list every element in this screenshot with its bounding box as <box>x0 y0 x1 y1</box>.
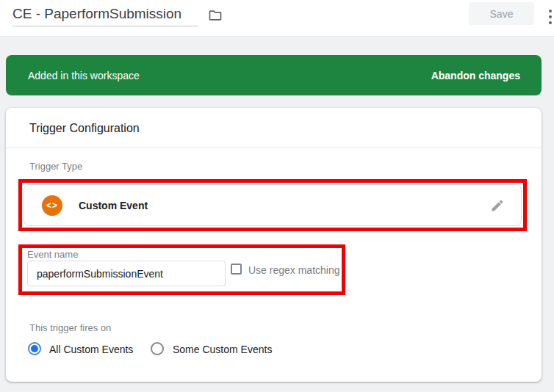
folder-icon[interactable] <box>207 7 223 23</box>
annotation-highlight-event-name: Event name Use regex matching <box>18 244 345 295</box>
edit-pencil-icon[interactable] <box>490 198 505 213</box>
regex-matching-checkbox[interactable] <box>231 264 242 275</box>
radio-all-custom-events[interactable] <box>28 342 41 355</box>
banner-message: Added in this workspace <box>28 70 140 81</box>
gtm-trigger-editor: CE - PaperformSubmission Save Added in t… <box>0 0 554 392</box>
code-brackets-glyph: <> <box>46 200 58 211</box>
more-options-icon[interactable] <box>549 10 554 27</box>
top-bar: CE - PaperformSubmission Save <box>0 0 554 37</box>
code-brackets-icon: <> <box>42 195 62 216</box>
workspace-banner: Added in this workspace Abandon changes <box>6 55 542 95</box>
trigger-type-value: Custom Event <box>79 200 148 211</box>
save-button[interactable]: Save <box>469 2 534 25</box>
radio-some-custom-events-label[interactable]: Some Custom Events <box>173 344 272 355</box>
trigger-name-input[interactable]: CE - PaperformSubmission <box>12 6 198 26</box>
annotation-highlight-trigger-type: <> Custom Event <box>18 179 527 231</box>
trigger-configuration-card: Trigger Configuration Trigger Type <> Cu… <box>6 108 542 382</box>
regex-matching-label: Use regex matching <box>248 264 340 276</box>
radio-some-custom-events[interactable] <box>151 342 164 355</box>
event-name-label: Event name <box>27 249 78 260</box>
trigger-type-selector[interactable]: <> Custom Event <box>24 184 522 226</box>
card-title: Trigger Configuration <box>29 122 140 135</box>
abandon-changes-button[interactable]: Abandon changes <box>431 70 520 81</box>
trigger-type-label: Trigger Type <box>29 161 82 172</box>
trigger-title-group: CE - PaperformSubmission <box>12 6 223 26</box>
event-name-input[interactable] <box>27 261 226 286</box>
radio-all-custom-events-label[interactable]: All Custom Events <box>49 344 133 355</box>
card-divider <box>6 148 542 148</box>
fires-on-label: This trigger fires on <box>29 322 111 333</box>
